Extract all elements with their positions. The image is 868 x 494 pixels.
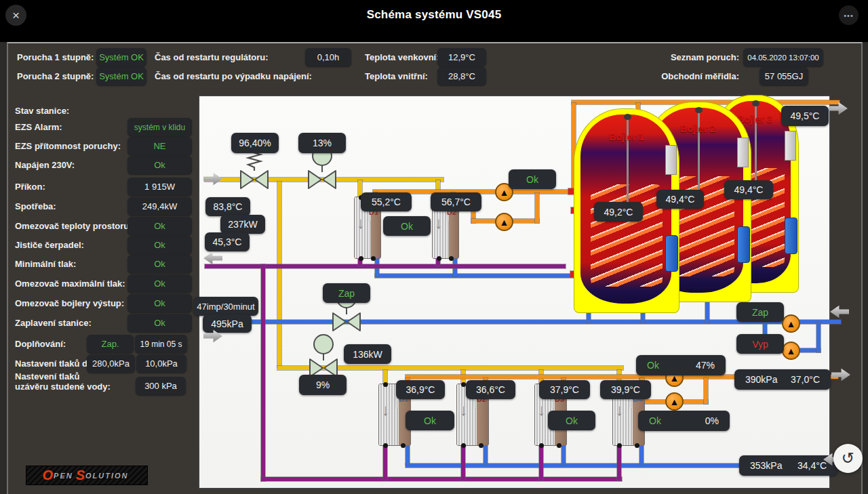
- sidebar-value-zaplaveni-stanice[interactable]: Ok: [127, 314, 192, 332]
- exchanger-port-4: [449, 256, 454, 261]
- sidebar-value-doplnovani-2[interactable]: 19 min 05 s: [135, 335, 187, 353]
- exchanger-port-1: [383, 382, 388, 387]
- pipe-blue-bdrop-d4: [639, 445, 644, 465]
- readout-hot-water-out-temp[interactable]: 49,5°C: [781, 106, 829, 126]
- boiler-flange-fitting: [737, 226, 750, 263]
- boiler-sensor-pocket: [737, 138, 749, 167]
- status-value-cas-restart-regulator[interactable]: 0,10h: [305, 48, 351, 66]
- readout-exchangers-d34-status[interactable]: Ok: [548, 411, 595, 430]
- circulation-pump-vyp[interactable]: ▲: [782, 342, 800, 360]
- pipe-purple-riser-d4: [617, 445, 621, 480]
- readout-valve1-opening[interactable]: 96,40%: [231, 133, 279, 153]
- status-value-seznam-poruch[interactable]: 04.05.2020 13:07:00: [743, 48, 823, 66]
- pipe-purple-riser-d3: [539, 445, 543, 480]
- readout-exchanger-d4-temp[interactable]: 39,9°C: [600, 380, 651, 399]
- readout-bojler3-temp[interactable]: 49,4°C: [724, 180, 773, 199]
- pipe-purple-top-main: [205, 264, 566, 268]
- pipe-blue-mid-main: [375, 274, 578, 278]
- readout-circ-pump1-state[interactable]: Zap: [736, 302, 784, 322]
- exchanger-port-3: [359, 256, 363, 261]
- exchanger-port-1: [461, 382, 466, 387]
- sidebar-value-jistice-cerpadel[interactable]: Ok: [127, 236, 192, 254]
- close-icon[interactable]: ×: [5, 5, 26, 26]
- status-value-teplota-vnitrni[interactable]: 28,8°C: [437, 67, 486, 85]
- sidebar-label-jistice-cerpadel: Jističe čerpadel:: [15, 236, 84, 254]
- exchanger-port-3: [461, 443, 466, 448]
- readout-primary-power[interactable]: 237kW: [220, 215, 265, 234]
- charging-pump-2[interactable]: ▲: [495, 213, 513, 231]
- readout-circ-pump2-state[interactable]: Vyp: [736, 334, 784, 354]
- refresh-button[interactable]: ↺: [833, 444, 863, 473]
- status-label-teplota-venkovni: Teplota venkovní:: [365, 48, 439, 66]
- sidebar-value-omezovac-max-tlak[interactable]: Ok: [127, 274, 192, 293]
- readout-exchanger-top-d1-temp[interactable]: 55,2°C: [361, 192, 412, 211]
- status-value-porucha-1[interactable]: Systém OK: [96, 48, 146, 66]
- readout-secondary-pump1-status-part2: 47%: [696, 360, 715, 371]
- readout-primary-return-temp[interactable]: 45,3°C: [205, 232, 250, 251]
- readout-cold-water-flow[interactable]: 47imp/30minut: [193, 297, 258, 316]
- sidebar-value-doplnovani[interactable]: Zap.: [87, 335, 134, 353]
- readout-exchanger-top-d2-temp[interactable]: 56,7°C: [431, 192, 481, 211]
- circulation-pump-zap[interactable]: ▲: [782, 314, 800, 333]
- boiler-sensor-pocket: [785, 131, 796, 161]
- readout-secondary-pump2-status-part2: 0%: [705, 415, 719, 426]
- readout-secondary-out-readout-part2: 37,0°C: [791, 374, 820, 385]
- sidebar-value-prikon[interactable]: 1 915W: [127, 178, 192, 196]
- readout-secondary-pump1-status-part1: Ok: [647, 360, 659, 371]
- status-label-teplota-vnitrni: Teplota vnitřní:: [365, 67, 428, 85]
- exchanger-port-4: [371, 256, 376, 261]
- readout-cold-water-pressure[interactable]: 495kPa: [203, 314, 252, 333]
- sidebar-label-ezs-alarm: EZS Alarm:: [15, 118, 62, 136]
- pipe-purple-riser-d1: [383, 445, 387, 480]
- exchanger-port-4: [557, 443, 561, 448]
- readout-circulation-return-readout[interactable]: 353kPa34,4°C: [739, 455, 837, 476]
- status-value-porucha-2[interactable]: Systém OK: [96, 67, 146, 85]
- readout-valve3-opening[interactable]: 9%: [299, 375, 347, 395]
- sidebar-value-spotreba[interactable]: 249,4kW: [127, 197, 192, 215]
- flow-arrow-down-icon: ↓: [616, 402, 624, 418]
- readout-secondary-out-readout-part1: 390kPa: [745, 374, 777, 385]
- readout-secondary-power[interactable]: 136kW: [344, 344, 391, 364]
- sidebar-label-ezs-porucha: EZS přítomnost poruchy:: [15, 137, 121, 155]
- sidebar-value-ezs-alarm[interactable]: systém v klidu: [127, 118, 192, 136]
- readout-exchanger-d2-temp[interactable]: 36,6°C: [466, 380, 515, 399]
- readout-exchangers-top-status[interactable]: Ok: [383, 216, 431, 236]
- control-valve-1-spring[interactable]: [239, 146, 269, 192]
- open-solution-logo[interactable]: O PEN S OLUTION: [26, 466, 148, 485]
- readout-valve2-opening[interactable]: 13%: [298, 133, 346, 153]
- sidebar-value-minimalni-tlak[interactable]: Ok: [127, 255, 192, 273]
- sidebar-value-napajen-230v[interactable]: Ok: [127, 156, 192, 174]
- sidebar-label-spotreba: Spotřeba:: [15, 197, 56, 215]
- readout-exchanger-d1-temp[interactable]: 36,9°C: [396, 380, 445, 399]
- menu-ellipsis-icon[interactable]: •••: [839, 5, 859, 25]
- status-value-teplota-venkovni[interactable]: 12,9°C: [437, 48, 486, 66]
- readout-primary-supply-temp[interactable]: 83,8°C: [205, 197, 250, 216]
- readout-secondary-out-readout[interactable]: 390kPa37,0°C: [734, 369, 831, 390]
- sidebar-value-ezs-porucha[interactable]: NE: [127, 137, 192, 155]
- boiler-name-label: Bojler 1: [574, 131, 679, 142]
- control-valve-3[interactable]: [309, 333, 338, 381]
- readout-exchangers-d12-status[interactable]: Ok: [406, 411, 454, 430]
- sidebar-value-nastaveni-tlaku-dopl[interactable]: 280,0kPa: [87, 354, 135, 373]
- readout-bojler1-temp[interactable]: 49,2°C: [594, 202, 643, 222]
- pipe-blue-bdrop-d3: [561, 445, 566, 465]
- status-value-obchodni-meridla[interactable]: 57 055GJ: [760, 67, 808, 85]
- page-title: Schéma systému VS045: [0, 8, 868, 22]
- pipe-orange-bypass2-right: [704, 378, 708, 404]
- readout-secondary-pump1-status[interactable]: Ok47%: [636, 355, 726, 375]
- sidebar-value-omezovac-teploty[interactable]: Ok: [127, 217, 192, 235]
- readout-bojler2-temp[interactable]: 49,4°C: [656, 190, 704, 209]
- readout-secondary-pump2-status[interactable]: Ok0%: [638, 411, 730, 431]
- secondary-pump-2[interactable]: ▲: [665, 392, 684, 411]
- sidebar-label-minimalni-tlak: Minimální tlak:: [15, 255, 76, 273]
- readout-exchanger-d3-temp[interactable]: 37,9°C: [539, 380, 590, 399]
- sidebar-value-nastaveni-tlaku-uzaveru[interactable]: 300 kPa: [136, 377, 186, 395]
- readout-circulation-valve-state[interactable]: Zap: [323, 283, 370, 303]
- exchanger-port-4: [479, 443, 484, 448]
- status-label-cas-restart-vypadek: Čas od restartu po výpadku napájení:: [155, 67, 312, 85]
- flow-arrow-down-icon: ↓: [435, 215, 443, 231]
- sidebar-value-omezovac-bojlery[interactable]: Ok: [127, 294, 192, 312]
- sidebar-value-nastaveni-tlaku-dopl-2[interactable]: 10,0kPa: [136, 354, 186, 373]
- pipe-orange-bypass-right: [535, 193, 539, 223]
- readout-charging-pumps-status[interactable]: Ok: [509, 169, 556, 189]
